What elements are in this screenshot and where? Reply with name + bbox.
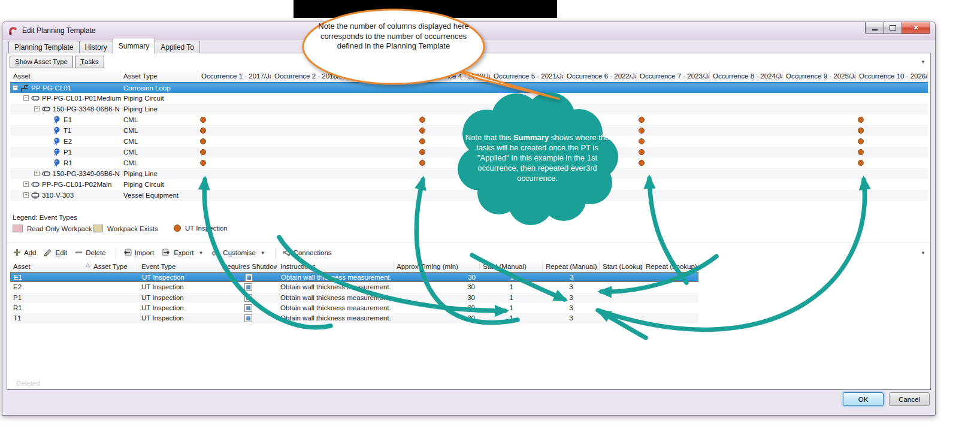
connections-button[interactable]: Connections [280, 247, 337, 259]
page: Edit Planning Template ✕ Planning Templa… [0, 0, 980, 433]
ut-inspection-dot [419, 149, 425, 155]
connections-label: Connections [294, 249, 332, 256]
task-cell-repeat_manual: 3 [543, 282, 600, 292]
ut-inspection-dot [200, 160, 206, 166]
tree-row-label: T1 [63, 125, 71, 136]
requires-shutdown-checkbox[interactable] [244, 304, 252, 312]
legend-item-read-only-workpack: Read Only Workpack [13, 225, 92, 232]
collapse-icon[interactable]: − [34, 106, 40, 111]
tasks-column-header-start-lookup[interactable]: Start (Lookup) [600, 261, 643, 272]
requires-shutdown-checkbox[interactable] [244, 314, 252, 322]
collapse-icon[interactable]: − [13, 85, 18, 90]
close-button[interactable]: ✕ [902, 22, 930, 34]
tree-row-e2[interactable]: E2CML [10, 136, 928, 147]
ut-inspection-dot [419, 138, 425, 144]
task-row-p1[interactable]: P1UT InspectionObtain wall thickness mea… [10, 293, 698, 303]
tasks-column-header-start-manual[interactable]: Start (Manual) [480, 261, 543, 272]
task-cell-start_manual: 1 [480, 282, 543, 292]
delete-icon [75, 249, 83, 258]
task-cell-repeat_lookup [643, 303, 698, 313]
piping-icon [31, 94, 40, 102]
task-cell-instructions: Obtain wall thickness measurement. [277, 282, 394, 292]
tree-column-header-occurrence-6-2022-jan: Occurrence 6 - 2022/Jan [564, 71, 637, 81]
add-button[interactable]: Add [11, 247, 41, 259]
tasks-column-header-asset[interactable]: Asset [10, 261, 90, 272]
expand-icon[interactable]: + [34, 171, 40, 176]
task-cell-approx_timing: 30 [394, 313, 480, 323]
task-cell-approx_timing: 30 [394, 282, 480, 292]
connections-icon [282, 249, 291, 258]
export-button[interactable]: Export▼ [159, 247, 208, 259]
tree-row-e1[interactable]: E1CML [10, 114, 928, 125]
cancel-button[interactable]: Cancel [889, 392, 930, 406]
tab-summary[interactable]: Summary [113, 38, 155, 54]
maximize-button[interactable] [884, 22, 902, 34]
task-cell-instructions: Obtain wall thickness measurement. [277, 303, 394, 313]
minimize-button[interactable] [865, 22, 884, 34]
expand-icon[interactable]: + [23, 192, 29, 198]
task-row-t1[interactable]: T1UT InspectionObtain wall thickness mea… [10, 313, 698, 323]
close-icon: ✕ [913, 24, 918, 32]
task-cell-start_manual: 1 [480, 272, 543, 283]
toolbar-separator [116, 248, 116, 258]
dropdown-arrow-icon[interactable]: ▼ [261, 250, 265, 256]
legend-item-ut-inspection: UT Inspection [174, 225, 228, 232]
dropdown-arrow-icon[interactable]: ▼ [198, 250, 203, 256]
tree-row-150-pg-3348-06b6-n[interactable]: −150-PG-3348-06B6-NPiping Line [10, 104, 928, 114]
tree-row-asset-type: CML [123, 147, 138, 158]
minimize-icon [872, 29, 878, 31]
tree-row-310-v-303[interactable]: +310-V-303Vessel Equipment [10, 190, 928, 201]
tab-planning-template[interactable]: Planning Template [8, 41, 80, 53]
collapse-icon[interactable]: − [23, 95, 29, 101]
tasks-column-header-approx-timing-min[interactable]: Approx Timing (min) [394, 261, 480, 272]
import-button[interactable]: Import [120, 247, 160, 259]
tree-row-pp-pg-cl01[interactable]: −PP-PG-CL01Corrosion Loop [10, 82, 928, 93]
tree-row-asset-type: Piping Line [123, 168, 158, 179]
task-cell-repeat_manual: 3 [543, 293, 600, 303]
tree-row-p1[interactable]: P1CML [10, 147, 928, 158]
task-cell-asset: T1 [10, 313, 90, 323]
tasks-column-header-event-type[interactable]: Event Type [138, 261, 219, 272]
tree-row-r1[interactable]: R1CML [10, 158, 928, 168]
task-cell-event_type: UT Inspection [138, 313, 219, 323]
task-row-e2[interactable]: E2UT InspectionObtain wall thickness mea… [10, 282, 698, 292]
checkbox-fill [246, 316, 250, 320]
delete-button[interactable]: Delete [72, 247, 111, 259]
tasks-column-header-repeat-manual[interactable]: Repeat (Manual) [543, 261, 600, 272]
ut-inspection-dot [639, 128, 645, 134]
task-row-e1[interactable]: E1UT InspectionObtain wall thickness mea… [10, 272, 698, 282]
ok-button[interactable]: OK [843, 392, 884, 406]
tasks-button[interactable]: Tasks [75, 56, 104, 68]
tab-history[interactable]: History [79, 41, 113, 53]
customise-button[interactable]: Customise▼ [208, 247, 270, 259]
tab-applied-to[interactable]: Applied To [155, 41, 200, 53]
tree-row-150-pg-3349-06b6-n[interactable]: +150-PG-3349-06B6-NPiping Line [10, 168, 928, 179]
tasks-column-header-asset-type[interactable]: Asset Type [90, 261, 138, 272]
task-row-r1[interactable]: R1UT InspectionObtain wall thickness mea… [10, 303, 698, 313]
summary-tree-grid: AssetAsset TypeOccurrence 1 - 2017/JanOc… [10, 71, 928, 214]
requires-shutdown-checkbox[interactable] [245, 274, 253, 281]
tree-row-t1[interactable]: T1CML [10, 125, 928, 136]
column-chooser-arrow-bottom[interactable]: ▼ [921, 250, 925, 256]
tasks-column-header-instructions[interactable]: Instructions [277, 261, 394, 272]
splitter[interactable] [7, 243, 930, 243]
tree-row-pp-pg-cl01-p02main[interactable]: +PP-PG-CL01-P02MainPiping Circuit [10, 179, 928, 190]
tasks-column-header-repeat-lookup[interactable]: Repeat (Lookup) [643, 261, 698, 272]
tasks-column-header-requires-shutdown[interactable]: Requires Shutdown [219, 261, 277, 272]
edit-button[interactable]: Edit [41, 247, 72, 259]
expand-icon[interactable]: + [23, 181, 29, 187]
customise-icon [211, 249, 220, 258]
tree-column-header-occurrence-5-2021-jan: Occurrence 5 - 2021/Jan [491, 71, 564, 81]
ut-inspection-dot [858, 149, 864, 155]
requires-shutdown-checkbox[interactable] [244, 283, 252, 291]
import-label: Import [135, 249, 155, 256]
ut-inspection-dot [639, 138, 645, 144]
piping-icon [31, 180, 40, 189]
tree-row-pp-pg-cl01-p01medium[interactable]: −PP-PG-CL01-P01MediumPiping Circuit [10, 93, 928, 104]
ut-inspection-dot [200, 117, 206, 123]
show-asset-type-button[interactable]: Show Asset Type [10, 56, 73, 68]
column-chooser-arrow-top[interactable]: ▼ [921, 59, 925, 65]
requires-shutdown-checkbox[interactable] [244, 294, 252, 302]
ut-inspection-dot [639, 149, 645, 155]
tree-row-asset-type: Piping Circuit [123, 93, 164, 104]
